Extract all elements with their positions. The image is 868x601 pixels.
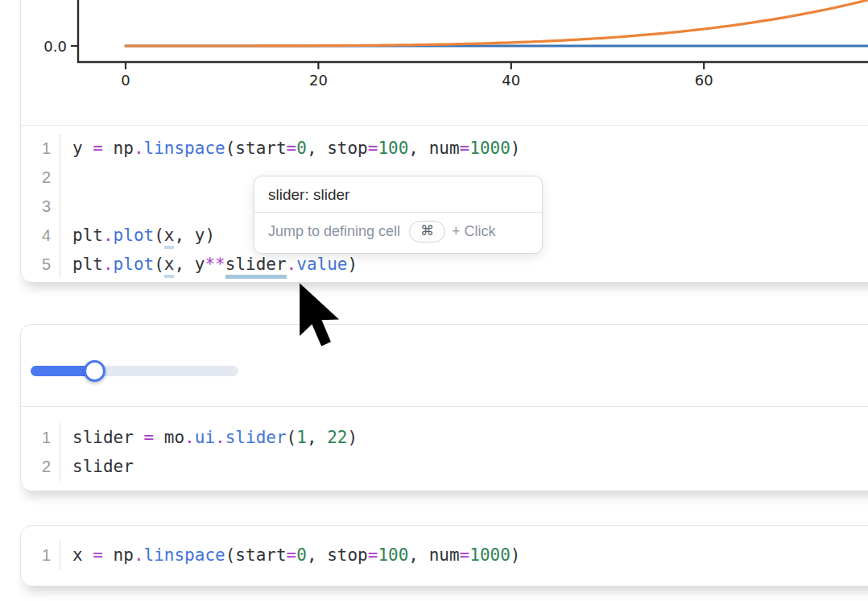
code-token: . bbox=[134, 545, 144, 565]
code-line: 1y = np.linspace(start=0, stop=100, num=… bbox=[21, 134, 868, 163]
code-token: . bbox=[184, 428, 195, 447]
line-number: 2 bbox=[21, 452, 60, 481]
code-token: ( bbox=[287, 428, 297, 447]
code-token: plot bbox=[114, 226, 155, 245]
code-token: . bbox=[287, 255, 297, 274]
code-token: 100 bbox=[378, 139, 408, 158]
code-token: = bbox=[460, 545, 470, 565]
jump-to-defining-cell-label: Jump to defining cell bbox=[268, 223, 400, 240]
code-token: 1 bbox=[296, 428, 307, 447]
code-token: , bbox=[408, 545, 428, 565]
code-line: 2slider bbox=[21, 452, 868, 481]
code-token: 1000 bbox=[469, 139, 510, 158]
line-number: 1 bbox=[21, 541, 60, 570]
code-token: = bbox=[368, 139, 378, 158]
code-line-text: slider bbox=[60, 452, 134, 481]
code-token: np bbox=[103, 545, 134, 565]
svg-text:0: 0 bbox=[121, 72, 130, 89]
code-token: slider bbox=[72, 457, 134, 476]
code-token: plt bbox=[72, 226, 103, 245]
code-token: linspace bbox=[144, 139, 225, 158]
code-token: ) bbox=[205, 226, 215, 245]
code-token: y bbox=[195, 255, 205, 274]
code-token: stop bbox=[327, 545, 368, 565]
mouse-cursor-icon bbox=[297, 281, 341, 349]
reactive-ref-x[interactable]: x bbox=[164, 226, 175, 249]
code-line: 1x = np.linspace(start=0, stop=100, num=… bbox=[21, 541, 868, 570]
tooltip-action-row: Jump to defining cell ⌘ + Click bbox=[254, 213, 542, 253]
notebook-cell-x: 1x = np.linspace(start=0, stop=100, num=… bbox=[20, 525, 868, 586]
code-token: 1000 bbox=[469, 545, 510, 565]
code-token: , bbox=[174, 255, 194, 274]
code-token: np bbox=[103, 139, 134, 158]
code-token: y bbox=[195, 226, 205, 245]
svg-text:20: 20 bbox=[309, 72, 328, 89]
plot-output-area: 0.00204060 bbox=[21, 0, 868, 126]
code-token: 22 bbox=[327, 428, 347, 447]
code-token: 0 bbox=[296, 545, 307, 565]
code-token: ) bbox=[510, 139, 521, 158]
svg-text:40: 40 bbox=[502, 72, 520, 89]
code-token: . bbox=[134, 139, 144, 158]
code-line: 5plt.plot(x, y**slider.value) bbox=[21, 250, 868, 279]
code-token: 100 bbox=[378, 545, 408, 565]
slider-output-area bbox=[21, 325, 868, 407]
code-token: , bbox=[408, 139, 428, 158]
code-token: = bbox=[93, 545, 103, 565]
code-token: = bbox=[287, 139, 297, 158]
code-line-text: slider = mo.ui.slider(1, 22) bbox=[60, 423, 358, 452]
tooltip-title: slider: slider bbox=[254, 176, 542, 212]
code-token: linspace bbox=[144, 545, 225, 565]
code-token: 0 bbox=[296, 139, 307, 158]
hover-tooltip: slider: slider Jump to defining cell ⌘ +… bbox=[254, 176, 543, 254]
code-token: . bbox=[103, 226, 114, 245]
code-token: x bbox=[72, 545, 93, 565]
code-token: ( bbox=[225, 139, 236, 158]
code-token: y bbox=[72, 139, 93, 158]
code-token: , bbox=[307, 139, 327, 158]
slider-track[interactable] bbox=[31, 366, 238, 376]
code-token: ( bbox=[225, 545, 236, 565]
code-token: ) bbox=[347, 255, 358, 274]
slider-handle[interactable] bbox=[84, 360, 105, 382]
code-token: start bbox=[235, 545, 286, 565]
code-line-text: plt.plot(x, y**slider.value) bbox=[60, 250, 358, 279]
line-number: 3 bbox=[21, 192, 60, 221]
line-number: 5 bbox=[21, 250, 60, 279]
line-number: 2 bbox=[21, 163, 60, 192]
code-token: ) bbox=[347, 428, 358, 447]
code-token: = bbox=[93, 139, 103, 158]
code-line-text: x = np.linspace(start=0, stop=100, num=1… bbox=[60, 541, 520, 570]
line-number: 1 bbox=[21, 423, 60, 452]
code-token: ** bbox=[205, 255, 225, 274]
code-token: stop bbox=[327, 139, 368, 158]
shortcut-suffix: + Click bbox=[452, 223, 496, 240]
code-editor-x[interactable]: 1x = np.linspace(start=0, stop=100, num=… bbox=[21, 526, 868, 586]
command-key-icon: ⌘ bbox=[409, 221, 445, 242]
svg-text:60: 60 bbox=[695, 72, 713, 89]
reactive-ref-x[interactable]: x bbox=[164, 255, 175, 278]
code-line-text: y = np.linspace(start=0, stop=100, num=1… bbox=[60, 134, 520, 163]
code-token: , bbox=[307, 545, 327, 565]
code-editor-slider[interactable]: 1slider = mo.ui.slider(1, 22)2slider bbox=[21, 407, 868, 491]
code-token: , bbox=[174, 226, 194, 245]
code-token: slider bbox=[225, 428, 287, 447]
code-token: plt bbox=[72, 255, 103, 274]
line-number: 1 bbox=[21, 134, 60, 163]
code-token: num bbox=[429, 139, 460, 158]
code-token: . bbox=[215, 428, 225, 447]
notebook-cell-slider: 1slider = mo.ui.slider(1, 22)2slider bbox=[20, 324, 868, 491]
code-token: = bbox=[287, 545, 297, 565]
code-token: num bbox=[429, 545, 460, 565]
code-token: mo bbox=[154, 428, 184, 447]
reactive-ref-slider[interactable]: slider bbox=[225, 255, 287, 279]
line-number: 4 bbox=[21, 221, 60, 250]
code-token: ( bbox=[154, 226, 164, 245]
code-token: = bbox=[144, 428, 155, 447]
matplotlib-output: 0.00204060 bbox=[21, 0, 868, 118]
code-token: = bbox=[460, 139, 470, 158]
code-line: 1slider = mo.ui.slider(1, 22) bbox=[21, 423, 868, 452]
code-token: value bbox=[296, 255, 347, 274]
svg-text:0.0: 0.0 bbox=[43, 38, 67, 55]
code-token: ( bbox=[154, 255, 164, 274]
